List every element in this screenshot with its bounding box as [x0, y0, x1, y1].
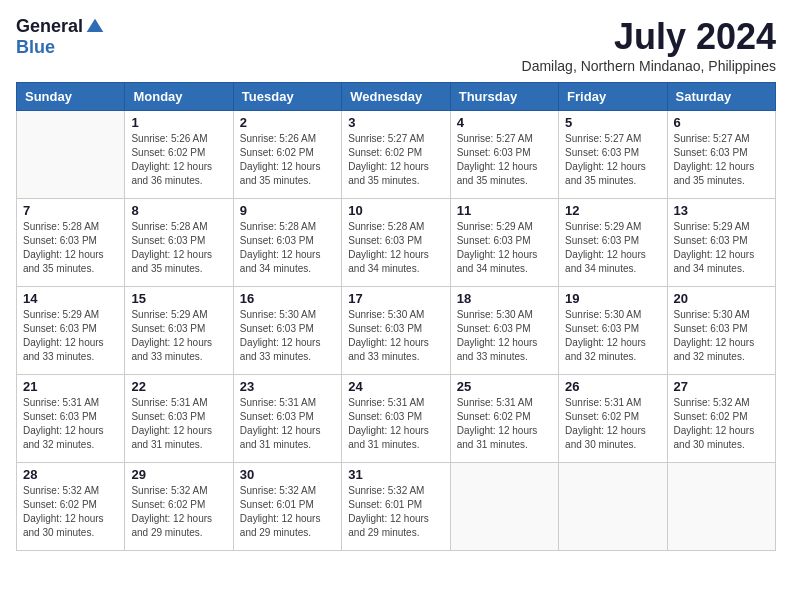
table-row: 29Sunrise: 5:32 AM Sunset: 6:02 PM Dayli…	[125, 463, 233, 551]
day-number: 7	[23, 203, 118, 218]
page-header: General Blue July 2024 Damilag, Northern…	[16, 16, 776, 74]
table-row	[559, 463, 667, 551]
week-row-5: 28Sunrise: 5:32 AM Sunset: 6:02 PM Dayli…	[17, 463, 776, 551]
table-row: 24Sunrise: 5:31 AM Sunset: 6:03 PM Dayli…	[342, 375, 450, 463]
table-row: 30Sunrise: 5:32 AM Sunset: 6:01 PM Dayli…	[233, 463, 341, 551]
day-number: 1	[131, 115, 226, 130]
day-number: 9	[240, 203, 335, 218]
table-row: 21Sunrise: 5:31 AM Sunset: 6:03 PM Dayli…	[17, 375, 125, 463]
day-number: 8	[131, 203, 226, 218]
day-info: Sunrise: 5:31 AM Sunset: 6:02 PM Dayligh…	[565, 396, 660, 452]
table-row	[450, 463, 558, 551]
day-info: Sunrise: 5:32 AM Sunset: 6:02 PM Dayligh…	[131, 484, 226, 540]
day-number: 27	[674, 379, 769, 394]
day-info: Sunrise: 5:26 AM Sunset: 6:02 PM Dayligh…	[240, 132, 335, 188]
day-info: Sunrise: 5:31 AM Sunset: 6:03 PM Dayligh…	[23, 396, 118, 452]
table-row: 25Sunrise: 5:31 AM Sunset: 6:02 PM Dayli…	[450, 375, 558, 463]
day-info: Sunrise: 5:29 AM Sunset: 6:03 PM Dayligh…	[674, 220, 769, 276]
day-number: 4	[457, 115, 552, 130]
logo-icon	[85, 17, 105, 37]
day-info: Sunrise: 5:27 AM Sunset: 6:03 PM Dayligh…	[565, 132, 660, 188]
header-tuesday: Tuesday	[233, 83, 341, 111]
day-info: Sunrise: 5:30 AM Sunset: 6:03 PM Dayligh…	[240, 308, 335, 364]
day-info: Sunrise: 5:27 AM Sunset: 6:03 PM Dayligh…	[674, 132, 769, 188]
month-title: July 2024	[522, 16, 776, 58]
day-number: 24	[348, 379, 443, 394]
day-number: 29	[131, 467, 226, 482]
table-row: 4Sunrise: 5:27 AM Sunset: 6:03 PM Daylig…	[450, 111, 558, 199]
day-number: 20	[674, 291, 769, 306]
day-number: 5	[565, 115, 660, 130]
table-row: 23Sunrise: 5:31 AM Sunset: 6:03 PM Dayli…	[233, 375, 341, 463]
day-info: Sunrise: 5:27 AM Sunset: 6:02 PM Dayligh…	[348, 132, 443, 188]
day-info: Sunrise: 5:31 AM Sunset: 6:03 PM Dayligh…	[131, 396, 226, 452]
table-row: 18Sunrise: 5:30 AM Sunset: 6:03 PM Dayli…	[450, 287, 558, 375]
day-number: 16	[240, 291, 335, 306]
table-row: 16Sunrise: 5:30 AM Sunset: 6:03 PM Dayli…	[233, 287, 341, 375]
table-row: 9Sunrise: 5:28 AM Sunset: 6:03 PM Daylig…	[233, 199, 341, 287]
day-info: Sunrise: 5:29 AM Sunset: 6:03 PM Dayligh…	[565, 220, 660, 276]
table-row: 2Sunrise: 5:26 AM Sunset: 6:02 PM Daylig…	[233, 111, 341, 199]
table-row	[667, 463, 775, 551]
day-number: 22	[131, 379, 226, 394]
day-number: 2	[240, 115, 335, 130]
day-number: 11	[457, 203, 552, 218]
day-number: 25	[457, 379, 552, 394]
day-info: Sunrise: 5:28 AM Sunset: 6:03 PM Dayligh…	[131, 220, 226, 276]
table-row: 1Sunrise: 5:26 AM Sunset: 6:02 PM Daylig…	[125, 111, 233, 199]
header-friday: Friday	[559, 83, 667, 111]
day-number: 12	[565, 203, 660, 218]
table-row: 13Sunrise: 5:29 AM Sunset: 6:03 PM Dayli…	[667, 199, 775, 287]
table-row: 22Sunrise: 5:31 AM Sunset: 6:03 PM Dayli…	[125, 375, 233, 463]
header-monday: Monday	[125, 83, 233, 111]
day-info: Sunrise: 5:26 AM Sunset: 6:02 PM Dayligh…	[131, 132, 226, 188]
table-row: 15Sunrise: 5:29 AM Sunset: 6:03 PM Dayli…	[125, 287, 233, 375]
weekday-header-row: Sunday Monday Tuesday Wednesday Thursday…	[17, 83, 776, 111]
table-row: 5Sunrise: 5:27 AM Sunset: 6:03 PM Daylig…	[559, 111, 667, 199]
table-row: 17Sunrise: 5:30 AM Sunset: 6:03 PM Dayli…	[342, 287, 450, 375]
day-number: 13	[674, 203, 769, 218]
day-number: 18	[457, 291, 552, 306]
day-number: 23	[240, 379, 335, 394]
table-row: 6Sunrise: 5:27 AM Sunset: 6:03 PM Daylig…	[667, 111, 775, 199]
day-number: 17	[348, 291, 443, 306]
table-row: 19Sunrise: 5:30 AM Sunset: 6:03 PM Dayli…	[559, 287, 667, 375]
header-sunday: Sunday	[17, 83, 125, 111]
day-info: Sunrise: 5:32 AM Sunset: 6:02 PM Dayligh…	[674, 396, 769, 452]
day-number: 31	[348, 467, 443, 482]
day-info: Sunrise: 5:27 AM Sunset: 6:03 PM Dayligh…	[457, 132, 552, 188]
day-number: 19	[565, 291, 660, 306]
day-info: Sunrise: 5:29 AM Sunset: 6:03 PM Dayligh…	[23, 308, 118, 364]
table-row: 26Sunrise: 5:31 AM Sunset: 6:02 PM Dayli…	[559, 375, 667, 463]
day-info: Sunrise: 5:29 AM Sunset: 6:03 PM Dayligh…	[131, 308, 226, 364]
table-row: 7Sunrise: 5:28 AM Sunset: 6:03 PM Daylig…	[17, 199, 125, 287]
table-row: 11Sunrise: 5:29 AM Sunset: 6:03 PM Dayli…	[450, 199, 558, 287]
header-thursday: Thursday	[450, 83, 558, 111]
week-row-2: 7Sunrise: 5:28 AM Sunset: 6:03 PM Daylig…	[17, 199, 776, 287]
day-info: Sunrise: 5:32 AM Sunset: 6:02 PM Dayligh…	[23, 484, 118, 540]
day-info: Sunrise: 5:28 AM Sunset: 6:03 PM Dayligh…	[240, 220, 335, 276]
logo-general-text: General	[16, 16, 83, 37]
day-info: Sunrise: 5:31 AM Sunset: 6:02 PM Dayligh…	[457, 396, 552, 452]
table-row: 10Sunrise: 5:28 AM Sunset: 6:03 PM Dayli…	[342, 199, 450, 287]
day-number: 3	[348, 115, 443, 130]
table-row	[17, 111, 125, 199]
day-info: Sunrise: 5:30 AM Sunset: 6:03 PM Dayligh…	[348, 308, 443, 364]
week-row-4: 21Sunrise: 5:31 AM Sunset: 6:03 PM Dayli…	[17, 375, 776, 463]
day-number: 14	[23, 291, 118, 306]
table-row: 28Sunrise: 5:32 AM Sunset: 6:02 PM Dayli…	[17, 463, 125, 551]
day-number: 28	[23, 467, 118, 482]
day-number: 15	[131, 291, 226, 306]
day-info: Sunrise: 5:28 AM Sunset: 6:03 PM Dayligh…	[348, 220, 443, 276]
day-number: 30	[240, 467, 335, 482]
day-info: Sunrise: 5:30 AM Sunset: 6:03 PM Dayligh…	[565, 308, 660, 364]
day-info: Sunrise: 5:29 AM Sunset: 6:03 PM Dayligh…	[457, 220, 552, 276]
day-info: Sunrise: 5:31 AM Sunset: 6:03 PM Dayligh…	[348, 396, 443, 452]
day-info: Sunrise: 5:32 AM Sunset: 6:01 PM Dayligh…	[348, 484, 443, 540]
table-row: 3Sunrise: 5:27 AM Sunset: 6:02 PM Daylig…	[342, 111, 450, 199]
header-saturday: Saturday	[667, 83, 775, 111]
table-row: 14Sunrise: 5:29 AM Sunset: 6:03 PM Dayli…	[17, 287, 125, 375]
table-row: 12Sunrise: 5:29 AM Sunset: 6:03 PM Dayli…	[559, 199, 667, 287]
table-row: 20Sunrise: 5:30 AM Sunset: 6:03 PM Dayli…	[667, 287, 775, 375]
week-row-1: 1Sunrise: 5:26 AM Sunset: 6:02 PM Daylig…	[17, 111, 776, 199]
